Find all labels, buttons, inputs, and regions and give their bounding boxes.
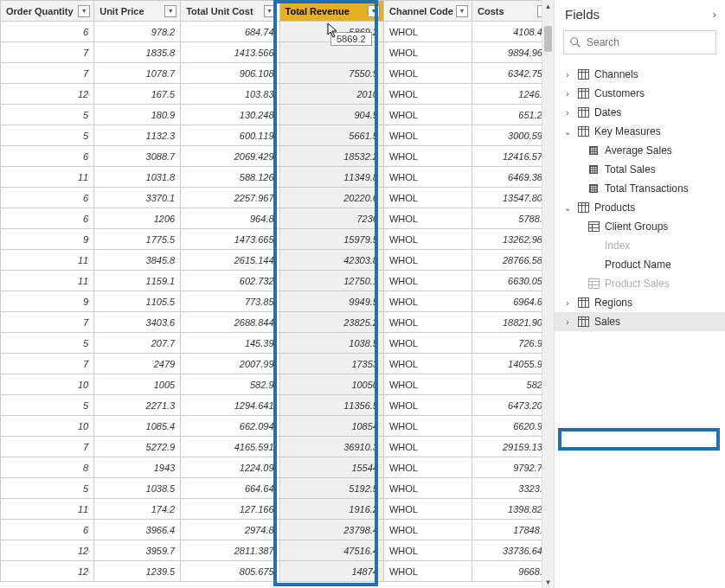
cell-unit_price[interactable]: 3966.4 xyxy=(94,520,181,540)
cell-qty[interactable]: 11 xyxy=(1,499,94,520)
cell-channel[interactable]: WHOL xyxy=(383,84,472,105)
fields-table-regions[interactable]: ›Regions xyxy=(555,293,725,312)
cell-total_revenue[interactable]: 7550.9 xyxy=(279,63,383,84)
scroll-down-icon[interactable]: ▼ xyxy=(542,576,554,588)
cell-total_revenue[interactable]: 904.5 xyxy=(279,105,383,125)
cell-total_unit_cost[interactable]: 2688.844 xyxy=(181,312,279,333)
cell-unit_price[interactable]: 180.9 xyxy=(94,105,181,125)
cell-unit_price[interactable]: 1031.8 xyxy=(94,167,181,188)
column-header-unit_price[interactable]: Unit Price▼ xyxy=(94,1,181,22)
table-row[interactable]: 75272.94165.59136910.3WHOL29159.137 xyxy=(1,437,554,457)
table-row[interactable]: 52271.31294.64111356.5WHOL6473.205 xyxy=(1,395,554,416)
column-header-total_revenue[interactable]: Total Revenue▼ xyxy=(279,1,383,22)
table-row[interactable]: 113845.82615.14442303.8WHOL28766.584 xyxy=(1,250,554,271)
cell-qty[interactable]: 12 xyxy=(1,561,94,582)
cell-channel[interactable]: WHOL xyxy=(383,63,472,84)
cell-unit_price[interactable]: 1206 xyxy=(94,208,181,229)
cell-unit_price[interactable]: 1105.5 xyxy=(94,291,181,312)
cell-total_revenue[interactable]: 5192.5 xyxy=(279,478,383,499)
cell-total_revenue[interactable]: 1038.5 xyxy=(279,333,383,354)
fields-table-customers[interactable]: ›Customers xyxy=(555,84,725,103)
cell-total_unit_cost[interactable]: 964.8 xyxy=(181,208,279,229)
cell-qty[interactable]: 10 xyxy=(1,374,94,395)
cell-channel[interactable]: WHOL xyxy=(383,312,472,333)
cell-channel[interactable]: WHOL xyxy=(383,250,472,271)
cell-total_unit_cost[interactable]: 602.732 xyxy=(181,271,279,291)
cell-total_unit_cost[interactable]: 130.248 xyxy=(181,105,279,125)
cell-total_unit_cost[interactable]: 103.83 xyxy=(181,84,279,105)
cell-total_revenue[interactable]: 14874 xyxy=(279,561,383,582)
chevron-right-icon[interactable]: › xyxy=(563,89,572,99)
cell-unit_price[interactable]: 1943 xyxy=(94,457,181,478)
cell-total_unit_cost[interactable]: 662.094 xyxy=(181,416,279,437)
fields-table-sales[interactable]: ›Sales xyxy=(555,312,725,331)
table-row[interactable]: 11174.2127.1661916.2WHOL1398.826 xyxy=(1,499,554,520)
cell-channel[interactable]: WHOL xyxy=(383,271,472,291)
column-header-channel[interactable]: Channel Code▼ xyxy=(383,1,472,22)
fields-item-total-sales[interactable]: Total Sales xyxy=(555,160,725,179)
chevron-right-icon[interactable]: › xyxy=(563,298,572,308)
table-row[interactable]: 71835.81413.566WHOL9894.962 xyxy=(1,42,554,63)
cell-channel[interactable]: WHOL xyxy=(383,42,472,63)
cell-channel[interactable]: WHOL xyxy=(383,167,472,188)
cell-total_revenue[interactable]: 42303.8 xyxy=(279,250,383,271)
scroll-thumb[interactable] xyxy=(544,26,552,52)
cell-channel[interactable]: WHOL xyxy=(383,22,472,42)
cell-total_revenue[interactable]: 11349.8 xyxy=(279,167,383,188)
table-row[interactable]: 73403.62688.84423825.2WHOL18821.908 xyxy=(1,312,554,333)
cell-total_unit_cost[interactable]: 906.108 xyxy=(181,63,279,84)
table-row[interactable]: 51038.5664.645192.5WHOL3323.2 xyxy=(1,478,554,499)
chevron-right-icon[interactable]: › xyxy=(563,108,572,118)
cell-total_unit_cost[interactable]: 2974.8 xyxy=(181,520,279,540)
table-row[interactable]: 111031.8588.12611349.8WHOL6469.386 xyxy=(1,167,554,188)
cell-qty[interactable]: 6 xyxy=(1,520,94,540)
table-row[interactable]: 111159.1602.73212750.1WHOL6630.052 xyxy=(1,271,554,291)
cell-channel[interactable]: WHOL xyxy=(383,188,472,208)
cell-channel[interactable]: WHOL xyxy=(383,457,472,478)
cell-qty[interactable]: 5 xyxy=(1,105,94,125)
chevron-right-icon[interactable]: › xyxy=(563,70,572,80)
cell-total_revenue[interactable]: 23798.4 xyxy=(279,520,383,540)
cell-total_revenue[interactable]: 11356.5 xyxy=(279,395,383,416)
cell-qty[interactable]: 6 xyxy=(1,188,94,208)
cell-total_unit_cost[interactable]: 2811.387 xyxy=(181,540,279,561)
table-row[interactable]: 63966.42974.823798.4WHOL17848.8 xyxy=(1,520,554,540)
table-row[interactable]: 63088.72069.42918532.2WHOL12416.574 xyxy=(1,146,554,167)
table-row[interactable]: 51132.3600.1195661.5WHOL3000.595 xyxy=(1,125,554,146)
cell-unit_price[interactable]: 1085.4 xyxy=(94,416,181,437)
collapse-panel-icon[interactable]: › xyxy=(713,8,716,21)
table-row[interactable]: 71078.7906.1087550.9WHOL6342.756 xyxy=(1,63,554,84)
cell-unit_price[interactable]: 1078.7 xyxy=(94,63,181,84)
cell-total_unit_cost[interactable]: 773.85 xyxy=(181,291,279,312)
cell-unit_price[interactable]: 2271.3 xyxy=(94,395,181,416)
cell-channel[interactable]: WHOL xyxy=(383,146,472,167)
fields-table-key-measures[interactable]: ⌄Key Measures xyxy=(555,122,725,141)
cell-qty[interactable]: 9 xyxy=(1,291,94,312)
cell-unit_price[interactable]: 1835.8 xyxy=(94,42,181,63)
cell-total_revenue[interactable]: 12750.1 xyxy=(279,271,383,291)
cell-qty[interactable]: 5 xyxy=(1,125,94,146)
cell-unit_price[interactable]: 2479 xyxy=(94,354,181,374)
cell-total_unit_cost[interactable]: 1473.665 xyxy=(181,229,279,250)
cell-qty[interactable]: 12 xyxy=(1,540,94,561)
cell-qty[interactable]: 5 xyxy=(1,395,94,416)
cell-total_unit_cost[interactable]: 145.39 xyxy=(181,333,279,354)
cell-qty[interactable]: 7 xyxy=(1,42,94,63)
cell-unit_price[interactable]: 1005 xyxy=(94,374,181,395)
fields-item-total-transactions[interactable]: Total Transactions xyxy=(555,179,725,198)
column-filter-dropdown-icon[interactable]: ▼ xyxy=(368,5,380,17)
cell-unit_price[interactable]: 174.2 xyxy=(94,499,181,520)
cell-unit_price[interactable]: 1132.3 xyxy=(94,125,181,146)
column-header-total_unit_cost[interactable]: Total Unit Cost▼ xyxy=(181,1,279,22)
table-row[interactable]: 6978.2684.745869.2WHOL4108.44 xyxy=(1,22,554,42)
fields-table-dates[interactable]: ›Dates xyxy=(555,103,725,122)
cell-channel[interactable]: WHOL xyxy=(383,478,472,499)
cell-channel[interactable]: WHOL xyxy=(383,416,472,437)
cell-total_unit_cost[interactable]: 1224.09 xyxy=(181,457,279,478)
cell-channel[interactable]: WHOL xyxy=(383,374,472,395)
table-row[interactable]: 101085.4662.09410854WHOL6620.94 xyxy=(1,416,554,437)
cell-total_revenue[interactable]: 20220.6 xyxy=(279,188,383,208)
cell-qty[interactable]: 11 xyxy=(1,167,94,188)
cell-total_revenue[interactable]: 5661.5 xyxy=(279,125,383,146)
cell-qty[interactable]: 12 xyxy=(1,84,94,105)
